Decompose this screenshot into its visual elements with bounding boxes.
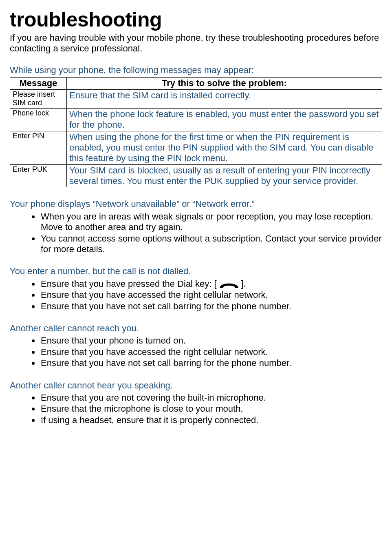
section-dial-list: Ensure that you have pressed the Dial ke… — [10, 279, 382, 312]
list-item: Ensure that you have not set call barrin… — [40, 358, 382, 368]
messages-table: Message Try this to solve the problem: P… — [10, 77, 382, 187]
dial-text-pre: Ensure that you have pressed the Dial ke… — [41, 279, 217, 289]
col-header-solution: Try this to solve the problem: — [66, 78, 382, 89]
section-reach-list: Ensure that your phone is turned on. Ens… — [10, 335, 382, 368]
cell-message: Enter PIN — [10, 131, 67, 164]
list-item: Ensure that you have pressed the Dial ke… — [40, 279, 382, 289]
cell-message: Phone lock — [10, 108, 67, 131]
list-item: You cannot access some options without a… — [40, 233, 382, 255]
list-item: Ensure that you have not set call barrin… — [40, 301, 382, 312]
cell-message: Enter PUK — [10, 164, 67, 187]
table-row: Phone lock When the phone lock feature i… — [10, 108, 382, 131]
list-item: If using a headset, ensure that it is pr… — [40, 415, 382, 426]
list-item: Ensure that you have accessed the right … — [40, 347, 382, 357]
cell-solution: When the phone lock feature is enabled, … — [66, 108, 382, 131]
dial-key-icon — [218, 280, 240, 289]
page-title: troubleshooting — [10, 7, 382, 32]
table-row: Enter PIN When using the phone for the f… — [10, 131, 382, 164]
section-hear-heading: Another caller cannot hear you speaking. — [10, 380, 382, 391]
section-network-list: When you are in areas with weak signals … — [10, 211, 382, 255]
list-item: Ensure that the microphone is close to y… — [40, 404, 382, 414]
list-item: Ensure that your phone is turned on. — [40, 335, 382, 346]
section-network-heading: Your phone displays “Network unavailable… — [10, 199, 382, 209]
intro-text: If you are having trouble with your mobi… — [10, 33, 382, 54]
col-header-message: Message — [10, 78, 67, 89]
list-item: When you are in areas with weak signals … — [40, 211, 382, 233]
section-hear-list: Ensure that you are not covering the bui… — [10, 392, 382, 426]
cell-solution: When using the phone for the first time … — [66, 131, 382, 164]
table-row: Enter PUK Your SIM card is blocked, usua… — [10, 164, 382, 187]
cell-solution: Your SIM card is blocked, usually as a r… — [66, 164, 382, 187]
table-row: Please insert SIM card Ensure that the S… — [10, 89, 382, 108]
section-messages-heading: While using your phone, the following me… — [10, 65, 382, 75]
section-reach-heading: Another caller cannot reach you. — [10, 323, 382, 334]
list-item: Ensure that you have accessed the right … — [40, 290, 382, 300]
dial-text-post: ]. — [241, 279, 246, 289]
list-item: Ensure that you are not covering the bui… — [40, 392, 382, 403]
cell-solution: Ensure that the SIM card is installed co… — [66, 89, 382, 108]
cell-message: Please insert SIM card — [10, 89, 67, 108]
section-dial-heading: You enter a number, but the call is not … — [10, 266, 382, 277]
